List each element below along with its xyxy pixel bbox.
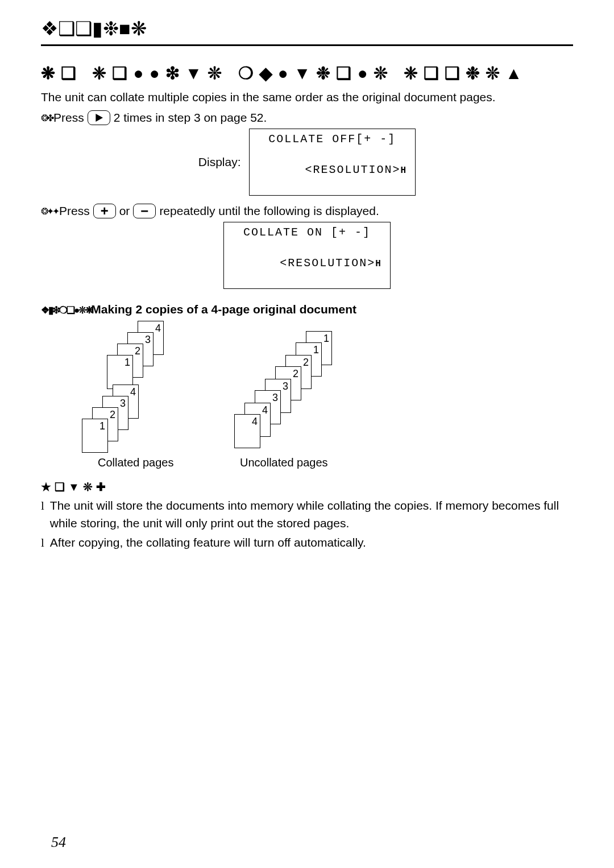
collated-caption: Collated pages xyxy=(98,456,173,469)
svg-marker-0 xyxy=(96,114,103,122)
plus-button-icon: + xyxy=(93,204,116,218)
bullet-icon: l xyxy=(41,497,44,532)
play-button-icon xyxy=(88,110,110,125)
lcd1-line1: COLLATE OFF[+ -] xyxy=(258,131,408,147)
step2-or: or xyxy=(119,204,130,218)
step1-press: Press xyxy=(53,111,84,125)
running-header: ❖❑❑▮❉■❋ xyxy=(41,17,573,43)
step2-press: Press xyxy=(59,204,90,218)
bullet-icon: l xyxy=(41,534,44,551)
minus-button-icon: − xyxy=(133,204,156,218)
note-text: After copying, the collating feature wil… xyxy=(50,534,366,551)
step1-bullet: ❂✤ xyxy=(41,113,52,123)
section-title-glyphs: ❋❑ ❈❑●●❇▼❊ ❍◆●▼❉❑●❊ ❈❑❑❉❊▲ xyxy=(41,63,528,83)
collation-diagram: 4 3 2 1 4 3 2 1 Collated pages 1 1 2 2 3… xyxy=(64,321,382,474)
step1-times: 2 times in step 3 on page 52. xyxy=(114,111,267,125)
display-block-1: Display: COLLATE OFF[+ -] <RESOLUTION>H xyxy=(41,129,573,196)
intro-text: The unit can collate multiple copies in … xyxy=(41,89,573,106)
lcd2-line1: COLLATE ON [+ -] xyxy=(232,225,382,240)
step-2: ❂✦✦ Press + or − repeatedly until the fo… xyxy=(41,204,573,218)
example-text: Making 2 copies of a 4-page original doc… xyxy=(91,303,356,316)
step2-after: repeatedly until the following is displa… xyxy=(159,204,379,218)
section-title: ❋❑ ❈❑●●❇▼❊ ❍◆●▼❉❑●❊ ❈❑❑❉❊▲ xyxy=(41,63,573,83)
lcd-2: COLLATE ON [+ -] <RESOLUTION>H xyxy=(223,222,391,289)
lcd-1: COLLATE OFF[+ -] <RESOLUTION>H xyxy=(249,129,416,196)
example-subhead: ❖▮❇❍❑●❊❋Making 2 copies of a 4-page orig… xyxy=(41,303,573,316)
lcd1-line2: <RESOLUTION>H xyxy=(258,147,408,193)
display-block-2: COLLATE ON [+ -] <RESOLUTION>H xyxy=(41,222,573,289)
uncollated-page: 4 xyxy=(234,414,260,448)
lcd2-line2: <RESOLUTION>H xyxy=(232,240,382,286)
note-item: l The unit will store the documents into… xyxy=(41,497,573,532)
step2-bullet: ❂✦✦ xyxy=(41,206,58,217)
header-glyphs: ❖❑❑▮❉■❋ xyxy=(41,17,147,40)
example-glyphs: ❖▮❇❍❑●❊❋ xyxy=(41,305,92,316)
notes-heading: ★❑▼❊✚ xyxy=(41,480,573,494)
collated-page: 1 xyxy=(82,419,108,453)
note-item: l After copying, the collating feature w… xyxy=(41,534,573,551)
header-underline xyxy=(41,44,573,46)
page-number: 54 xyxy=(51,834,66,851)
note-text: The unit will store the documents into m… xyxy=(50,497,573,532)
notes-list: l The unit will store the documents into… xyxy=(41,497,573,551)
uncollated-caption: Uncollated pages xyxy=(240,456,328,469)
display-label: Display: xyxy=(198,155,241,169)
collated-page: 1 xyxy=(107,355,133,389)
step-1: ❂✤ Press 2 times in step 3 on page 52. xyxy=(41,110,573,125)
